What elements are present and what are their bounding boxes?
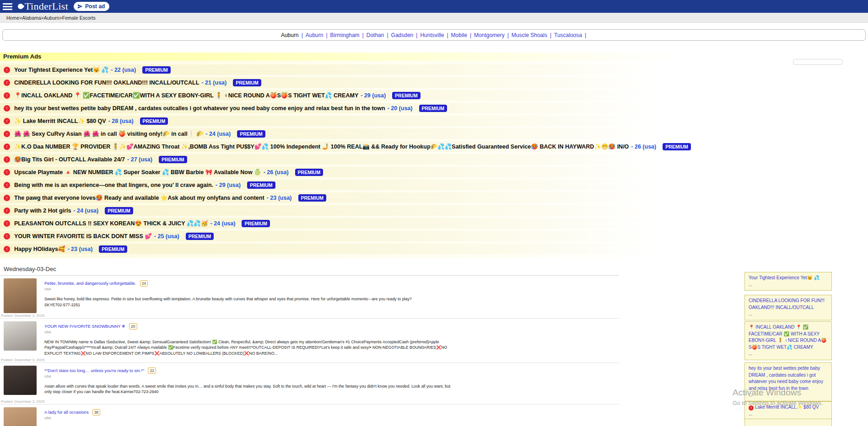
city-link-muscle-shoals[interactable]: Muscle Shoals	[512, 32, 547, 38]
listing-thumbnail[interactable]	[4, 366, 37, 395]
premium-ad-row[interactable]: ↑hey its your best wettes petite baby DR…	[0, 103, 714, 113]
premium-ad-age: - 24 (usa)	[73, 208, 98, 214]
listing-thumbnail[interactable]	[4, 321, 37, 351]
listing-title-link[interactable]: Petite, brunette, and dangerously unforg…	[44, 281, 136, 286]
city-separator: |	[447, 32, 448, 38]
sidebar-ad-box[interactable]: Your Tightest Experience Yet😼 💦...	[744, 272, 832, 291]
premium-ad-row[interactable]: ↑🥵Big Tits Girl - OUTCALL Available 24/7…	[0, 154, 714, 165]
listing-title-link[interactable]: *"Don't stare too long… unless you're re…	[44, 368, 144, 373]
premium-ad-row[interactable]: ↑🌺 🌺 Sexy CuRvy Asian 🌺 🌺 in call 🍑 visi…	[0, 128, 714, 139]
premium-ad-row[interactable]: ↑PLEASANTON OUTCALLS !! SEXY KOREAN😍 THI…	[0, 218, 714, 229]
city-link-auburn[interactable]: Auburn	[306, 32, 323, 38]
listing-country-label: USA	[44, 330, 456, 334]
boost-arrow-icon: ↑	[4, 67, 10, 73]
listing-title-link[interactable]: YOUR NEW FAVORITE SNOWBUNNY ❄	[44, 324, 125, 329]
city-link-mobile[interactable]: Mobile	[451, 32, 467, 38]
listing-row: Petite, brunette, and dangerously unforg…	[0, 276, 619, 319]
breadcrumb-item-female-escorts: Female Escorts	[62, 15, 96, 21]
premium-ad-row[interactable]: ↑Happy HOlidays🥰 - 23 (usa)PREMIUM	[0, 244, 714, 254]
premium-ad-title: 🥵Big Tits Girl - OUTCALL Available 24/7	[14, 156, 125, 163]
listings-section: Petite, brunette, and dangerously unforg…	[0, 276, 619, 426]
premium-badge: PREMIUM	[242, 220, 270, 227]
sidebar-ad-box[interactable]: 📍 INCALL OAKLAND 📍 ✅ FACETIME/CAR ✅ WITH…	[744, 321, 832, 360]
breadcrumb-item-auburn[interactable]: Auburn	[44, 15, 59, 21]
listing-title-link[interactable]: A lady for all occasions	[44, 410, 89, 415]
boost-arrow-icon: ↑	[4, 156, 10, 163]
sidebar-ad-link[interactable]: hey its your best wettes petite baby DRE…	[749, 366, 823, 391]
sidebar-ad-more: ...	[749, 411, 828, 418]
premium-badge: PREMIUM	[663, 143, 691, 150]
premium-ad-title: hey its your best wettes petite baby DRE…	[14, 105, 385, 112]
sidebar-ad-box[interactable]: hey its your best wettes petite baby DRE…	[744, 362, 832, 401]
premium-ad-row[interactable]: ↑Your Tightest Experience Yet😼 💦 - 22 (u…	[0, 64, 714, 75]
sidebar-ad-link[interactable]: 📍 INCALL OAKLAND 📍 ✅ FACETIME/CAR ✅ WITH…	[749, 325, 827, 350]
sidebar-ad-link[interactable]: CINDERELLA LOOKING FOR FUN!!! OAKLAND!!!…	[749, 298, 825, 310]
boost-arrow-icon: ↑	[4, 220, 10, 227]
listing-thumbnail[interactable]	[4, 407, 37, 426]
boost-arrow-icon: ↑	[4, 144, 10, 150]
premium-badge: PREMIUM	[247, 181, 275, 189]
boost-arrow-icon: ↑	[4, 80, 10, 86]
city-navigation-bar: Auburn|Auburn|Birmingham|Dothan|Gadsden|…	[2, 29, 866, 41]
premium-ads-heading: Premium Ads	[0, 53, 714, 61]
listing-title-row: *"Don't stare too long… unless you're re…	[44, 366, 456, 374]
premium-ad-row[interactable]: ↑Upscale Playmate 🔺 NEW NUMBER 💦 Super S…	[0, 167, 714, 177]
sidebar-ad-box[interactable]: CINDERELLA LOOKING FOR FUN!!! OAKLAND!!!…	[744, 295, 832, 320]
city-separator: |	[507, 32, 509, 38]
city-link-gadsden[interactable]: Gadsden	[391, 32, 414, 38]
breadcrumb-item-home[interactable]: Home	[6, 15, 19, 21]
premium-badge: PREMIUM	[392, 92, 421, 99]
premium-ad-row[interactable]: ↑The pawg that everyone loves🥵 Ready and…	[0, 192, 714, 203]
listing-thumbnail[interactable]	[4, 278, 37, 313]
listing-row: *"Don't stare too long… unless you're re…	[0, 363, 619, 405]
listing-row: YOUR NEW FAVORITE SNOWBUNNY ❄20USANEW IN…	[0, 319, 619, 363]
breadcrumb: Home >Alabama>Auburn >Female Escorts	[0, 13, 868, 23]
premium-badge: PREMIUM	[99, 245, 127, 253]
premium-ad-row[interactable]: ↑✨K.O Daa NUMBER 🏆 PROVIDER 🧍✨💕AMAZING T…	[0, 141, 714, 152]
breadcrumb-item-alabama[interactable]: Alabama	[22, 15, 41, 21]
premium-ad-row[interactable]: ↑YOUR WINTER FAVORITE IS BACK DONT MISS …	[0, 231, 714, 241]
premium-ad-title: Your Tightest Experience Yet😼 💦	[14, 66, 108, 73]
sidebar-ad-box[interactable]	[744, 419, 832, 426]
listing-body: A lady for all occasions38USA	[44, 407, 619, 420]
premium-ad-title: Upscale Playmate 🔺 NEW NUMBER 💦 Super So…	[14, 169, 261, 176]
city-separator: |	[470, 32, 471, 38]
boost-arrow-icon: ↑	[4, 208, 10, 214]
sidebar-ad-more: ...	[749, 392, 828, 399]
premium-ad-row[interactable]: ↑Party with 2 Hot girls - 24 (usa)PREMIU…	[0, 205, 714, 216]
city-link-huntsville[interactable]: Huntsville	[420, 32, 444, 38]
premium-badge: PREMIUM	[159, 156, 187, 163]
city-link-dothan[interactable]: Dothan	[367, 32, 384, 38]
premium-ad-row[interactable]: ↑✨ Lake Merritt INCALL✨ $80 QV - 28 (usa…	[0, 116, 714, 126]
premium-ad-title: 🌺 🌺 Sexy CuRvy Asian 🌺 🌺 in call 🍑 visit…	[14, 130, 203, 137]
city-link-montgomery[interactable]: Montgomery	[474, 32, 505, 38]
date-group-header: Wednesday-03-Dec	[0, 264, 619, 276]
premium-ad-title: Party with 2 Hot girls	[14, 208, 71, 214]
premium-ad-row[interactable]: ↑Being with me is an experience—one that…	[0, 180, 714, 190]
premium-ad-age: - 22 (usa)	[111, 67, 136, 73]
city-separator: |	[416, 32, 417, 38]
premium-ad-age: - 23 (usa)	[267, 195, 292, 201]
site-logo[interactable]: TinderList	[18, 0, 68, 12]
premium-ad-row[interactable]: ↑CINDERELLA LOOKING FOR FUN!!! OAKLAND!!…	[0, 77, 714, 88]
city-separator: |	[362, 32, 364, 38]
listing-body: *"Don't stare too long… unless you're re…	[44, 366, 619, 395]
city-link-birmingham[interactable]: Birmingham	[330, 32, 360, 38]
sidebar-ad-more: ...	[749, 351, 828, 357]
premium-ad-age: - 23 (usa)	[67, 246, 92, 252]
post-ad-button[interactable]: Post ad	[74, 2, 109, 11]
sidebar-ad-link[interactable]: Your Tightest Experience Yet😼 💦	[749, 275, 819, 280]
city-link-tuscaloosa[interactable]: Tuscaloosa	[554, 32, 582, 38]
premium-badge: PREMIUM	[233, 79, 261, 86]
premium-ad-row[interactable]: ↑📍INCALL OAKLAND 📍 ✅FACETIME/CAR✅WITH A …	[0, 90, 714, 101]
hamburger-menu-icon[interactable]	[3, 3, 12, 10]
listing-age-badge: 20	[129, 323, 137, 330]
premium-badge: PREMIUM	[237, 130, 265, 138]
city-separator: |	[585, 32, 586, 38]
sidebar-ad-link[interactable]: Lake Merritt INCALL✨ $80 QV	[755, 405, 819, 410]
sidebar-ad-box[interactable]: ↑Lake Merritt INCALL✨ $80 QV...	[744, 401, 832, 420]
premium-ad-title: CINDERELLA LOOKING FOR FUN!!! OAKLAND!!!…	[14, 80, 199, 86]
city-separator: |	[302, 32, 303, 38]
premium-badge: PREMIUM	[419, 105, 447, 112]
listing-body: YOUR NEW FAVORITE SNOWBUNNY ❄20USANEW IN…	[44, 321, 619, 356]
